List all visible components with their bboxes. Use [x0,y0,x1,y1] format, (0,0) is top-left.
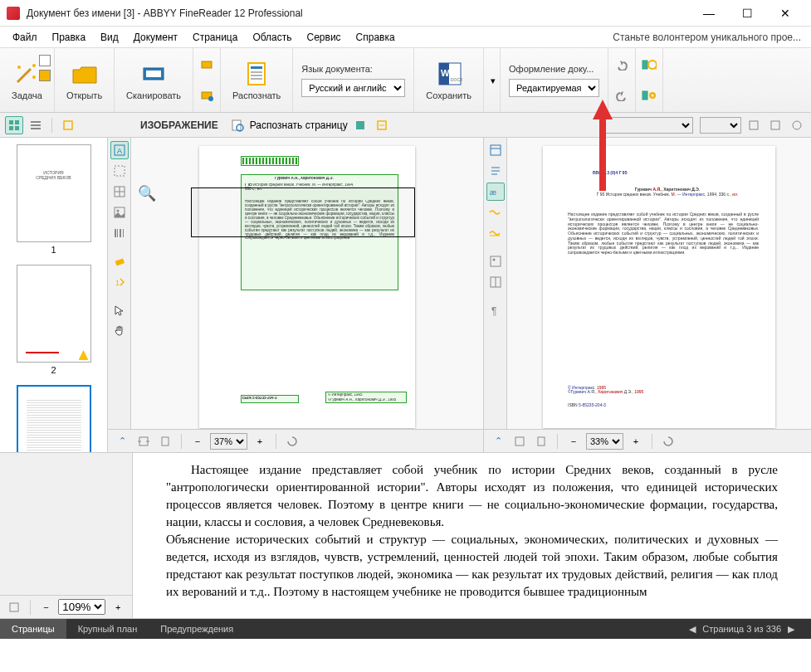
open-button[interactable]: Открыть [55,48,115,112]
thumb-1[interactable]: ИСТОРИЯСРЕДНИХ ВЕКОВ 1 [17,144,91,255]
menu-document[interactable]: Документ [126,28,185,46]
barcode-area-icon[interactable] [110,224,129,242]
select-area-icon[interactable] [110,162,129,180]
recognize-button[interactable]: Распознать [221,48,293,112]
pointer-icon[interactable] [110,301,129,319]
text-zoom-in-icon[interactable]: + [109,598,127,616]
zoom-in-icon[interactable]: + [251,432,269,450]
result-canvas[interactable]: ББК63.3 (0)4 Г 95 Гуревич А.Я., Харитоно… [507,138,811,429]
menu-view[interactable]: Вид [93,28,126,46]
result-tool1-icon[interactable] [745,116,763,134]
save-button[interactable]: WDOCX Сохранить ▾ [414,48,484,112]
text-zoom-out-icon[interactable]: − [37,598,56,616]
recognize-page-label[interactable]: Распознать страницу [250,119,348,131]
text-area-icon[interactable]: A [110,141,129,159]
save-dropdown[interactable]: ▾ [486,48,500,113]
svg-rect-31 [64,121,72,129]
view-toolbar: ИЗОБРАЖЕНИЕ Распознать страницу [0,113,811,138]
task-button[interactable]: Задача [0,48,55,112]
text-expand-icon[interactable] [5,598,23,616]
result-table-icon[interactable] [486,273,505,291]
svg-rect-5 [146,71,161,77]
image-area-icon[interactable] [110,203,129,222]
zoom-out-icon[interactable]: − [188,432,207,450]
scan-button[interactable]: Сканировать [115,48,193,112]
menu-edit[interactable]: Правка [45,28,94,46]
editor-page[interactable]: Гуревич А.Я., Харитонович Д.Э. Г 95 Исто… [199,146,415,428]
style-select[interactable]: Редактируемая к [509,79,599,97]
fit-width-icon[interactable] [134,432,153,450]
rotate-icon[interactable] [283,432,301,450]
result-text-icon[interactable] [486,162,505,180]
status-tab-warnings[interactable]: Предупреждения [149,619,245,639]
result-dict-icon[interactable]: æ [486,183,505,201]
open-icon [71,61,98,87]
language-select[interactable]: Русский и английс [301,79,405,97]
eraser-icon[interactable] [110,252,129,270]
nav-prev-icon[interactable]: ◀ [689,624,696,635]
result-collapse-icon[interactable]: ⌃ [489,432,507,450]
result-img-icon[interactable] [486,252,505,270]
result-layout-icon[interactable] [486,141,505,159]
table-area-icon[interactable] [110,183,129,201]
result-page[interactable]: ББК63.3 (0)4 Г 95 Гуревич А.Я., Харитоно… [543,146,775,428]
view-props-icon[interactable] [59,116,77,134]
result-zoom-out-icon[interactable]: − [564,432,583,450]
result-sub: Гуревич А.Я., Харитонович Д.Э.Г 95 Истор… [576,187,759,197]
menu-help[interactable]: Справка [349,28,403,46]
result-para-icon[interactable]: ¶ [486,301,505,319]
status-tab-pages[interactable]: Страницы [0,619,66,639]
pages-pane[interactable]: ИСТОРИЯСРЕДНИХ ВЕКОВ 1 2 3 4 [0,138,108,452]
scan-settings-icon[interactable] [198,56,215,73]
fit-page-icon[interactable] [156,432,174,450]
menu-area[interactable]: Область [245,28,299,46]
settings-icon[interactable] [641,87,657,104]
folder-icon [39,70,51,81]
thumb-2[interactable]: 2 [17,265,91,375]
editor-zoom[interactable]: 37% [210,433,247,450]
result-tool2-icon[interactable] [766,116,784,134]
zone-isbn: ISBN 5-85235-204-3 [242,397,297,402]
minimize-button[interactable]: — [690,2,728,25]
recognize-page-icon[interactable] [228,116,247,134]
svg-point-39 [793,121,801,129]
svg-rect-63 [491,256,501,266]
result-side-tools: æ ¶ [484,138,507,429]
result-mark-icon[interactable] [486,224,505,242]
result-tool3-icon[interactable] [788,116,806,134]
result-wave-icon[interactable] [486,203,505,222]
hand-icon[interactable] [110,322,129,340]
result-zoom[interactable]: 33% [586,433,623,450]
save-label: Сохранить [426,90,471,100]
view-thumbs-icon[interactable] [5,116,23,134]
result-fit-page-icon[interactable] [532,432,550,450]
status-tab-closeup[interactable]: Крупный план [66,619,149,639]
redo-button[interactable] [613,87,630,104]
result-fit-width-icon[interactable] [511,432,529,450]
editor-canvas[interactable]: 🔍 Гуревич А.Я., Харитонович Д.Э. Г 95 Ис… [131,138,483,429]
close-button[interactable]: ✕ [766,2,804,25]
image-edit-icon[interactable] [373,116,391,134]
menu-service[interactable]: Сервис [300,28,349,46]
result-rotate-icon[interactable] [659,432,677,450]
maximize-button[interactable]: ☐ [728,2,766,25]
options-icon[interactable] [641,56,657,73]
nav-next-icon[interactable]: ▶ [788,624,794,635]
menu-file[interactable]: Файл [5,28,45,46]
editor-collapse-icon[interactable]: ⌃ [113,432,131,450]
thumb-3[interactable]: 3 [17,385,91,452]
task-label: Задача [12,90,42,100]
text-zoom[interactable]: 109% [58,599,105,615]
volunteer-link[interactable]: Станьте волонтером уникального прое... [613,32,806,43]
analyze-icon[interactable] [351,116,369,134]
text-body[interactable]: Настоящее издание представляет собой уче… [133,453,811,618]
undo-button[interactable] [613,56,630,73]
result-zoom-in-icon[interactable]: + [627,432,645,450]
menu-page[interactable]: Страница [185,28,245,46]
view-list-icon[interactable] [27,116,45,134]
scan-folder-icon[interactable] [198,87,215,104]
svg-text:W: W [441,68,450,78]
order-icon[interactable]: 1 [110,273,129,291]
result-size-select[interactable] [700,117,741,134]
result-font-select[interactable] [602,117,693,134]
